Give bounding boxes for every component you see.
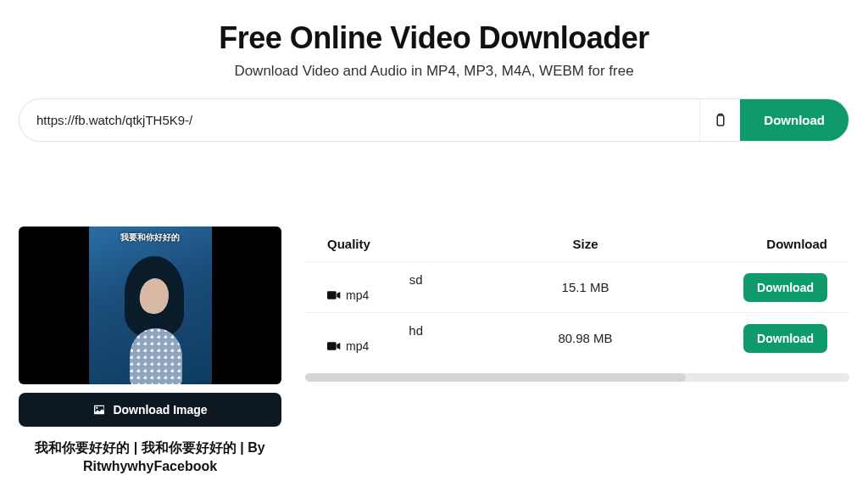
download-button[interactable]: Download <box>740 99 849 141</box>
table-header: Quality Size Download <box>305 227 849 261</box>
format-value: mp4 <box>346 288 369 302</box>
row-download-button[interactable]: Download <box>743 273 827 302</box>
page-subtitle: Download Video and Audio in MP4, MP3, M4… <box>0 63 868 80</box>
video-title: 我和你要好好的 | 我和你要好好的 | By RitwhywhyFacebook <box>19 439 281 475</box>
video-icon <box>327 290 341 300</box>
thumbnail-art <box>123 256 186 383</box>
col-quality: Quality <box>327 237 504 251</box>
quality-value: hd <box>327 323 504 338</box>
paste-button[interactable] <box>699 99 740 141</box>
size-value: 15.1 MB <box>504 280 665 294</box>
horizontal-scrollbar[interactable] <box>305 373 849 382</box>
quality-value: sd <box>327 272 504 287</box>
svg-rect-2 <box>327 342 337 350</box>
page-title: Free Online Video Downloader <box>0 20 868 56</box>
url-bar: Download <box>19 98 849 142</box>
table-row: hd mp4 80.98 MB Download <box>305 312 849 363</box>
download-image-button[interactable]: Download Image <box>19 393 281 427</box>
video-icon <box>327 341 341 351</box>
video-thumbnail[interactable]: 我要和你好好的 <box>19 227 281 384</box>
table-row: sd mp4 15.1 MB Download <box>305 261 849 312</box>
col-size: Size <box>504 237 665 251</box>
row-download-button[interactable]: Download <box>743 324 827 353</box>
size-value: 80.98 MB <box>504 331 665 345</box>
clipboard-icon <box>713 113 728 128</box>
col-download: Download <box>666 237 827 251</box>
thumbnail-caption: 我要和你好好的 <box>89 232 212 243</box>
image-icon <box>92 403 106 417</box>
download-image-label: Download Image <box>113 403 207 417</box>
svg-rect-0 <box>717 115 724 126</box>
svg-rect-1 <box>327 291 337 299</box>
format-value: mp4 <box>346 339 369 353</box>
url-input[interactable] <box>19 99 699 141</box>
